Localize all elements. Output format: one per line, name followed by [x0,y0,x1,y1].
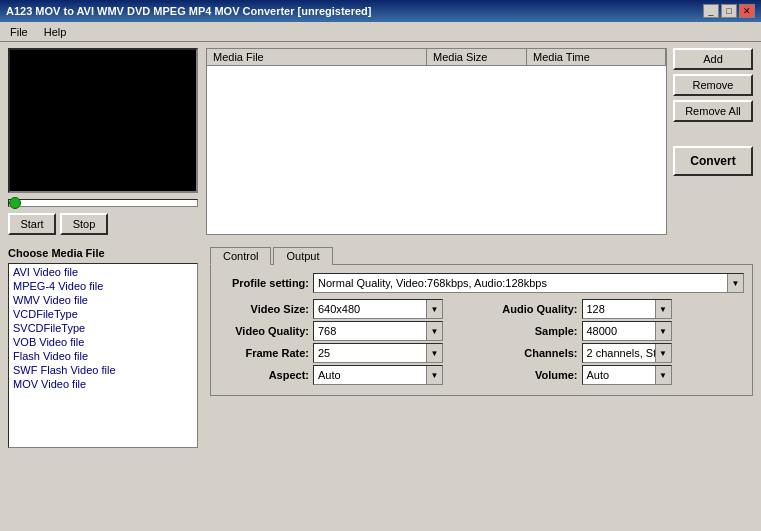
volume-value: Auto [583,368,655,382]
preview-box [8,48,198,193]
file-type-mov[interactable]: MOV Video file [10,377,196,391]
channels-label: Channels: [488,347,578,359]
sample-select[interactable]: 48000 ▼ [582,321,672,341]
sample-label: Sample: [488,325,578,337]
window-title: A123 MOV to AVI WMV DVD MPEG MP4 MOV Con… [6,5,372,17]
side-buttons: Add Remove Remove All Convert [673,48,753,235]
aspect-select[interactable]: Auto ▼ [313,365,443,385]
audio-quality-value: 128 [583,302,655,316]
add-button[interactable]: Add [673,48,753,70]
player-buttons: Start Stop [8,213,198,235]
sample-row: Sample: 48000 ▼ [488,321,745,341]
start-button[interactable]: Start [8,213,56,235]
volume-arrow[interactable]: ▼ [655,366,671,384]
remove-all-button[interactable]: Remove All [673,100,753,122]
frame-rate-label: Frame Rate: [219,347,309,359]
file-type-list[interactable]: AVI Video file MPEG-4 Video file WMV Vid… [8,263,198,448]
menu-bar: File Help [0,22,761,42]
file-type-svcd[interactable]: SVCDFileType [10,321,196,335]
progress-row [8,199,198,207]
aspect-row: Aspect: Auto ▼ [219,365,476,385]
volume-select[interactable]: Auto ▼ [582,365,672,385]
aspect-label: Aspect: [219,369,309,381]
video-size-label: Video Size: [219,303,309,315]
file-list-header: Media File Media Size Media Time [206,48,667,65]
right-settings: Audio Quality: 128 ▼ Sample: 48000 ▼ [488,299,745,387]
volume-label: Volume: [488,369,578,381]
file-list-body [206,65,667,235]
close-button[interactable]: ✕ [739,4,755,18]
top-section: Start Stop Media File Media Size Media T… [0,42,761,241]
right-panel: Media File Media Size Media Time Add Rem… [206,48,753,235]
file-type-wmv[interactable]: WMV Video file [10,293,196,307]
title-bar: A123 MOV to AVI WMV DVD MPEG MP4 MOV Con… [0,0,761,22]
stop-button[interactable]: Stop [60,213,108,235]
video-quality-label: Video Quality: [219,325,309,337]
channels-row: Channels: 2 channels, Ster ▼ [488,343,745,363]
tab-bar: Control Output [210,247,753,265]
video-quality-arrow[interactable]: ▼ [426,322,442,340]
audio-quality-arrow[interactable]: ▼ [655,300,671,318]
menu-file[interactable]: File [4,25,34,39]
channels-value: 2 channels, Ster [583,346,655,360]
minimize-button[interactable]: _ [703,4,719,18]
choose-title: Choose Media File [8,247,198,259]
remove-button[interactable]: Remove [673,74,753,96]
profile-dropdown-arrow[interactable]: ▼ [727,274,743,292]
audio-quality-row: Audio Quality: 128 ▼ [488,299,745,319]
channels-select[interactable]: 2 channels, Ster ▼ [582,343,672,363]
col-media-file: Media File [207,49,427,65]
progress-track[interactable] [8,199,198,207]
window-controls[interactable]: _ □ ✕ [703,4,755,18]
channels-arrow[interactable]: ▼ [655,344,671,362]
frame-rate-value: 25 [314,346,426,360]
file-type-avi[interactable]: AVI Video file [10,265,196,279]
bottom-section: Choose Media File AVI Video file MPEG-4 … [0,241,761,454]
tab-control[interactable]: Control [210,247,271,265]
file-type-flash[interactable]: Flash Video file [10,349,196,363]
video-quality-value: 768 [314,324,426,338]
frame-rate-select[interactable]: 25 ▼ [313,343,443,363]
progress-thumb[interactable] [9,197,21,209]
convert-button[interactable]: Convert [673,146,753,176]
video-size-row: Video Size: 640x480 ▼ [219,299,476,319]
profile-value: Normal Quality, Video:768kbps, Audio:128… [314,276,727,290]
aspect-arrow[interactable]: ▼ [426,366,442,384]
video-quality-select[interactable]: 768 ▼ [313,321,443,341]
col-media-size: Media Size [427,49,527,65]
sample-arrow[interactable]: ▼ [655,322,671,340]
profile-select[interactable]: Normal Quality, Video:768kbps, Audio:128… [313,273,744,293]
file-type-vcd[interactable]: VCDFileType [10,307,196,321]
settings-grid: Video Size: 640x480 ▼ Video Quality: 768… [219,299,744,387]
video-size-arrow[interactable]: ▼ [426,300,442,318]
audio-quality-select[interactable]: 128 ▼ [582,299,672,319]
profile-label: Profile setting: [219,277,309,289]
frame-rate-row: Frame Rate: 25 ▼ [219,343,476,363]
audio-quality-label: Audio Quality: [488,303,578,315]
settings-box: Profile setting: Normal Quality, Video:7… [210,264,753,396]
settings-panel: Control Output Profile setting: Normal Q… [210,247,753,448]
left-panel: Start Stop [8,48,198,235]
volume-row: Volume: Auto ▼ [488,365,745,385]
file-type-mpeg4[interactable]: MPEG-4 Video file [10,279,196,293]
tab-output[interactable]: Output [273,247,332,265]
file-type-swf[interactable]: SWF Flash Video file [10,363,196,377]
left-settings: Video Size: 640x480 ▼ Video Quality: 768… [219,299,476,387]
file-type-vob[interactable]: VOB Video file [10,335,196,349]
aspect-value: Auto [314,368,426,382]
choose-panel: Choose Media File AVI Video file MPEG-4 … [8,247,198,448]
video-quality-row: Video Quality: 768 ▼ [219,321,476,341]
video-size-value: 640x480 [314,302,426,316]
col-media-time: Media Time [527,49,666,65]
maximize-button[interactable]: □ [721,4,737,18]
menu-help[interactable]: Help [38,25,73,39]
video-size-select[interactable]: 640x480 ▼ [313,299,443,319]
sample-value: 48000 [583,324,655,338]
profile-row: Profile setting: Normal Quality, Video:7… [219,273,744,293]
file-list-area: Media File Media Size Media Time [206,48,667,235]
frame-rate-arrow[interactable]: ▼ [426,344,442,362]
